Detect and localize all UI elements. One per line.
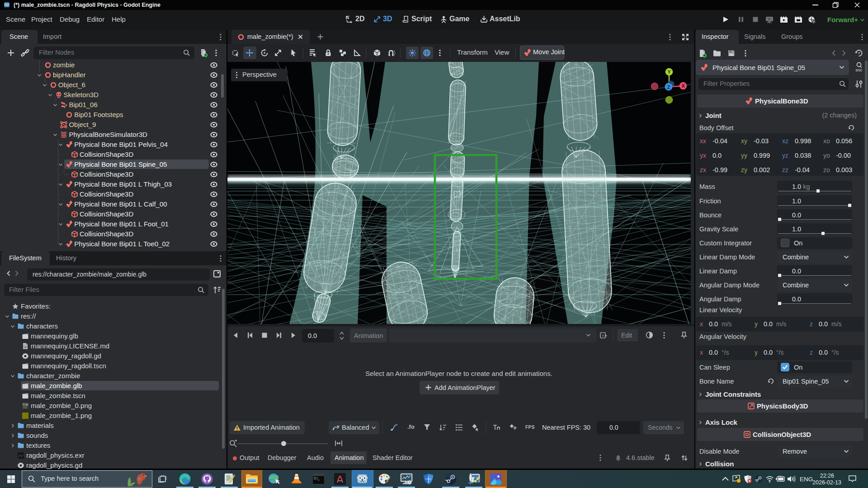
svg-text:DOC: DOC [856, 69, 863, 72]
svg-text:TXT: TXT [24, 347, 28, 349]
svg-text:Z: Z [667, 84, 670, 90]
svg-text:Y: Y [667, 69, 671, 75]
svg-text:X: X [681, 83, 685, 89]
svg-text:C:\_: C:\_ [314, 477, 320, 480]
svg-text:A: A [602, 334, 604, 337]
